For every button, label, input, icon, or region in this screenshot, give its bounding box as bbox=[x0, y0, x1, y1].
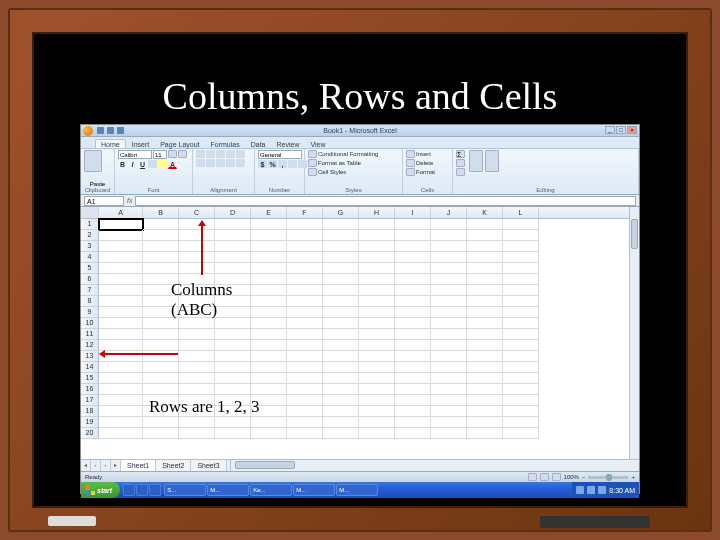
conditional-formatting-button[interactable]: Conditional Formatting bbox=[308, 150, 378, 158]
cell[interactable] bbox=[99, 417, 143, 428]
cell[interactable] bbox=[99, 263, 143, 274]
align-right-icon[interactable] bbox=[216, 159, 225, 167]
cell[interactable] bbox=[395, 395, 431, 406]
cell[interactable] bbox=[179, 373, 215, 384]
align-bottom-icon[interactable] bbox=[216, 150, 225, 158]
zoom-out-button[interactable]: − bbox=[582, 474, 586, 480]
tab-page-layout[interactable]: Page Layout bbox=[155, 140, 204, 148]
cell[interactable] bbox=[395, 373, 431, 384]
cell[interactable] bbox=[323, 296, 359, 307]
cell[interactable] bbox=[503, 428, 539, 439]
cell[interactable] bbox=[395, 384, 431, 395]
cell[interactable] bbox=[287, 252, 323, 263]
cell[interactable] bbox=[467, 406, 503, 417]
font-name-select[interactable]: Calibri bbox=[118, 150, 152, 159]
cell[interactable] bbox=[431, 395, 467, 406]
tab-formulas[interactable]: Formulas bbox=[206, 140, 245, 148]
taskbar-task[interactable]: Ke... bbox=[250, 484, 292, 496]
cell[interactable] bbox=[287, 351, 323, 362]
sheet-tab[interactable]: Sheet3 bbox=[191, 460, 226, 471]
cell[interactable] bbox=[503, 340, 539, 351]
cell[interactable] bbox=[251, 417, 287, 428]
cell[interactable] bbox=[251, 263, 287, 274]
cell[interactable] bbox=[215, 230, 251, 241]
cell[interactable] bbox=[467, 340, 503, 351]
cell[interactable] bbox=[215, 384, 251, 395]
cell[interactable] bbox=[431, 428, 467, 439]
font-color-button[interactable]: A bbox=[168, 160, 177, 169]
increase-decimal-icon[interactable] bbox=[288, 160, 297, 168]
cell[interactable] bbox=[431, 241, 467, 252]
cell[interactable] bbox=[503, 307, 539, 318]
cell[interactable] bbox=[287, 395, 323, 406]
cell[interactable] bbox=[503, 373, 539, 384]
cell[interactable] bbox=[359, 384, 395, 395]
cell[interactable] bbox=[467, 285, 503, 296]
close-button[interactable]: × bbox=[627, 126, 637, 134]
cell[interactable] bbox=[467, 263, 503, 274]
cell[interactable] bbox=[503, 329, 539, 340]
row-header[interactable]: 19 bbox=[81, 417, 99, 428]
cell[interactable] bbox=[251, 329, 287, 340]
cell[interactable] bbox=[215, 417, 251, 428]
cell[interactable] bbox=[467, 241, 503, 252]
cell[interactable] bbox=[143, 219, 179, 230]
cell[interactable] bbox=[467, 252, 503, 263]
cell[interactable] bbox=[359, 406, 395, 417]
cell[interactable] bbox=[179, 384, 215, 395]
cell[interactable] bbox=[395, 406, 431, 417]
cell[interactable] bbox=[215, 362, 251, 373]
cell[interactable] bbox=[143, 384, 179, 395]
column-header[interactable]: L bbox=[503, 207, 539, 218]
orientation-icon[interactable] bbox=[226, 150, 235, 158]
cell[interactable] bbox=[431, 285, 467, 296]
cell[interactable] bbox=[179, 219, 215, 230]
cell[interactable] bbox=[99, 406, 143, 417]
sort-filter-icon[interactable] bbox=[469, 150, 483, 172]
cell[interactable] bbox=[251, 285, 287, 296]
row-header[interactable]: 16 bbox=[81, 384, 99, 395]
clear-icon[interactable] bbox=[456, 168, 465, 176]
cell[interactable] bbox=[287, 285, 323, 296]
save-icon[interactable] bbox=[97, 127, 104, 134]
redo-icon[interactable] bbox=[117, 127, 124, 134]
cell[interactable] bbox=[431, 351, 467, 362]
column-header[interactable]: G bbox=[323, 207, 359, 218]
cell[interactable] bbox=[143, 373, 179, 384]
cell[interactable] bbox=[359, 362, 395, 373]
italic-button[interactable]: I bbox=[128, 160, 137, 169]
tab-home[interactable]: Home bbox=[95, 139, 126, 148]
cell[interactable] bbox=[503, 395, 539, 406]
cell[interactable] bbox=[287, 219, 323, 230]
cell[interactable] bbox=[99, 340, 143, 351]
column-header[interactable]: C bbox=[179, 207, 215, 218]
cell[interactable] bbox=[99, 329, 143, 340]
cell[interactable] bbox=[467, 219, 503, 230]
cell[interactable] bbox=[395, 307, 431, 318]
tab-review[interactable]: Review bbox=[272, 140, 305, 148]
cell[interactable] bbox=[359, 417, 395, 428]
cell[interactable] bbox=[179, 263, 215, 274]
cell[interactable] bbox=[251, 296, 287, 307]
cell[interactable] bbox=[99, 241, 143, 252]
name-box[interactable]: A1 bbox=[84, 196, 124, 206]
column-header[interactable]: J bbox=[431, 207, 467, 218]
tab-nav-next[interactable]: › bbox=[101, 460, 111, 471]
cell[interactable] bbox=[395, 417, 431, 428]
cell[interactable] bbox=[395, 318, 431, 329]
cell[interactable] bbox=[431, 263, 467, 274]
cell[interactable] bbox=[179, 362, 215, 373]
cell[interactable] bbox=[395, 340, 431, 351]
view-break-icon[interactable] bbox=[552, 473, 561, 481]
row-header[interactable]: 15 bbox=[81, 373, 99, 384]
cell[interactable] bbox=[287, 406, 323, 417]
cell[interactable] bbox=[287, 318, 323, 329]
taskbar-task[interactable]: M... bbox=[293, 484, 335, 496]
cell[interactable] bbox=[287, 373, 323, 384]
cell[interactable] bbox=[467, 428, 503, 439]
cell[interactable] bbox=[179, 351, 215, 362]
wrap-text-icon[interactable] bbox=[236, 150, 245, 158]
cell[interactable] bbox=[251, 318, 287, 329]
row-header[interactable]: 5 bbox=[81, 263, 99, 274]
decrease-indent-icon[interactable] bbox=[226, 159, 235, 167]
